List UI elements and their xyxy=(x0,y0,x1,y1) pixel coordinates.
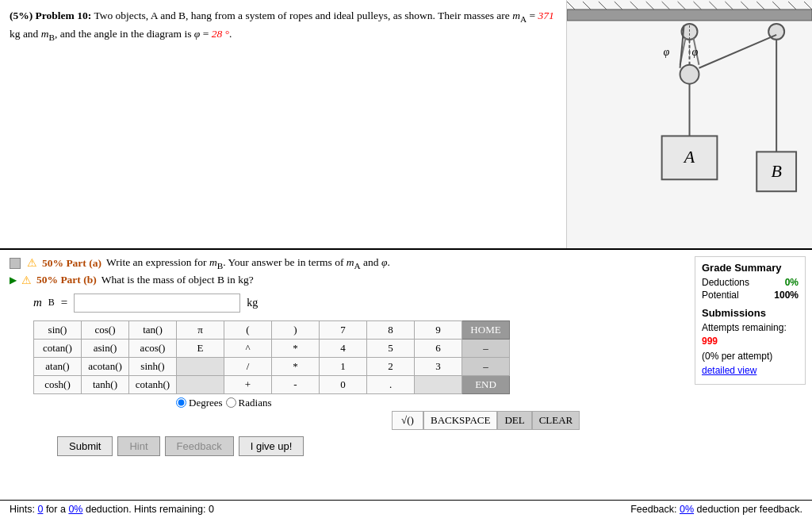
svg-rect-0 xyxy=(567,10,812,21)
svg-text:B: B xyxy=(771,161,781,181)
btn-0[interactable]: 0 xyxy=(320,375,367,393)
btn-1[interactable]: 1 xyxy=(320,357,367,375)
btn-sinh[interactable]: sinh() xyxy=(129,357,177,375)
btn-acotan[interactable]: acotan() xyxy=(82,357,129,375)
btn-acos[interactable]: acos() xyxy=(129,339,177,357)
part-b-text: What is the mass of object B in kg? xyxy=(102,274,254,286)
input-row: mB = kg xyxy=(33,294,802,313)
svg-point-20 xyxy=(680,65,699,84)
problem-description: Two objects, A and B, hang from a system… xyxy=(10,10,554,40)
submit-button[interactable]: Submit xyxy=(57,436,113,456)
svg-line-13 xyxy=(756,2,764,10)
btn-end[interactable]: END xyxy=(462,375,510,393)
deductions-label: Deductions xyxy=(702,277,749,288)
input-var-label: m xyxy=(33,296,42,309)
btn-9[interactable]: 9 xyxy=(415,320,462,339)
svg-line-7 xyxy=(662,2,670,10)
svg-line-6 xyxy=(646,2,654,10)
btn-sqrt[interactable]: √() xyxy=(392,411,423,430)
svg-line-1 xyxy=(567,2,575,10)
answer-input[interactable] xyxy=(74,294,240,313)
pulley-diagram: A B φ φ xyxy=(567,0,812,248)
grade-summary-title: Grade Summary xyxy=(702,262,799,274)
svg-line-12 xyxy=(741,2,749,10)
part-a-checkbox xyxy=(10,258,21,269)
svg-line-3 xyxy=(599,2,607,10)
calc-table: sin() cos() tan() π ( ) 7 8 9 HOME cotan… xyxy=(33,320,510,394)
hints-right: Feedback: 0% deduction per feedback. xyxy=(630,504,802,515)
hints-count: 0 xyxy=(37,504,43,515)
btn-3[interactable]: 3 xyxy=(415,357,462,375)
btn-clear[interactable]: CLEAR xyxy=(532,411,580,430)
btn-E[interactable]: E xyxy=(177,339,224,357)
btn-cotan[interactable]: cotan() xyxy=(34,339,82,357)
btn-tanh[interactable]: tanh() xyxy=(82,375,129,393)
btn-cotanh[interactable]: cotanh() xyxy=(129,375,177,393)
unit-label: kg xyxy=(247,297,258,309)
btn-slash[interactable]: / xyxy=(224,357,272,375)
btn-atan[interactable]: atan() xyxy=(34,357,82,375)
btn-2[interactable]: 2 xyxy=(367,357,415,375)
hints-bar: Hints: 0 for a 0% deduction. Hints remai… xyxy=(0,500,812,518)
detail-view-link[interactable]: detailed view xyxy=(702,365,756,376)
feedback-bar-label: Feedback: xyxy=(630,504,680,515)
svg-line-27 xyxy=(699,35,776,68)
btn-4[interactable]: 4 xyxy=(320,339,367,357)
btn-placeholder2: – xyxy=(462,357,510,375)
btn-asin[interactable]: asin() xyxy=(82,339,129,357)
btn-close-paren[interactable]: ) xyxy=(272,320,320,339)
svg-line-11 xyxy=(725,2,733,10)
input-var-sub: B xyxy=(48,297,55,309)
problem-title: (5%) Problem 10: xyxy=(10,10,91,21)
give-up-button[interactable]: I give up! xyxy=(239,436,304,456)
btn-cos[interactable]: cos() xyxy=(82,320,129,339)
hints-deduction: 0% xyxy=(68,504,82,515)
degrees-radio[interactable] xyxy=(176,397,186,408)
calculator: sin() cos() tan() π ( ) 7 8 9 HOME cotan… xyxy=(33,320,802,430)
hints-left: Hints: 0 for a 0% deduction. Hints remai… xyxy=(10,504,214,515)
part-b-arrow: ▶ xyxy=(10,274,17,286)
btn-asterisk[interactable]: * xyxy=(272,339,320,357)
btn-cosh[interactable]: cosh() xyxy=(34,375,82,393)
svg-line-9 xyxy=(693,2,701,10)
btn-home[interactable]: HOME xyxy=(462,320,510,339)
input-equals: = xyxy=(61,296,67,309)
btn-6[interactable]: 6 xyxy=(415,339,462,357)
degrees-label: Degrees xyxy=(189,397,223,409)
btn-8[interactable]: 8 xyxy=(367,320,415,339)
svg-line-14 xyxy=(772,2,780,10)
svg-line-10 xyxy=(709,2,717,10)
btn-5[interactable]: 5 xyxy=(367,339,415,357)
hints-middle: for a xyxy=(46,504,69,515)
btn-minus[interactable]: - xyxy=(272,375,320,393)
per-attempt-line: (0% per attempt) xyxy=(702,350,799,363)
btn-del[interactable]: DEL xyxy=(497,411,531,430)
part-b-warning: ⚠ xyxy=(21,274,32,287)
svg-text:φ: φ xyxy=(691,46,698,58)
attempts-line: Attempts remaining: 999 xyxy=(702,321,799,348)
radians-radio[interactable] xyxy=(226,397,236,408)
hints-remaining: 0 xyxy=(209,504,214,515)
hint-button[interactable]: Hint xyxy=(117,436,159,456)
submissions-title: Submissions xyxy=(702,307,799,319)
btn-open-paren[interactable]: ( xyxy=(224,320,272,339)
radians-radio-label[interactable]: Radians xyxy=(226,397,272,409)
btn-plus[interactable]: + xyxy=(224,375,272,393)
btn-mult[interactable]: * xyxy=(272,357,320,375)
part-a-warning: ⚠ xyxy=(27,256,37,270)
feedback-bar-pct: 0% xyxy=(680,504,694,515)
btn-sin[interactable]: sin() xyxy=(34,320,82,339)
btn-pi[interactable]: π xyxy=(177,320,224,339)
part-b-label: 50% Part (b) xyxy=(36,274,97,286)
btn-backspace[interactable]: BACKSPACE xyxy=(423,411,497,430)
svg-line-8 xyxy=(678,2,686,10)
degrees-radio-label[interactable]: Degrees xyxy=(176,397,223,409)
btn-7[interactable]: 7 xyxy=(320,320,367,339)
part-a-text: Write an expression for mB. Your answer … xyxy=(106,256,390,271)
btn-dot[interactable]: . xyxy=(367,375,415,393)
btn-tan[interactable]: tan() xyxy=(129,320,177,339)
btn-empty3 xyxy=(415,375,462,393)
btn-caret[interactable]: ^ xyxy=(224,339,272,357)
grade-summary: Grade Summary Deductions 0% Potential 10… xyxy=(695,256,806,385)
feedback-button[interactable]: Feedback xyxy=(165,436,234,456)
